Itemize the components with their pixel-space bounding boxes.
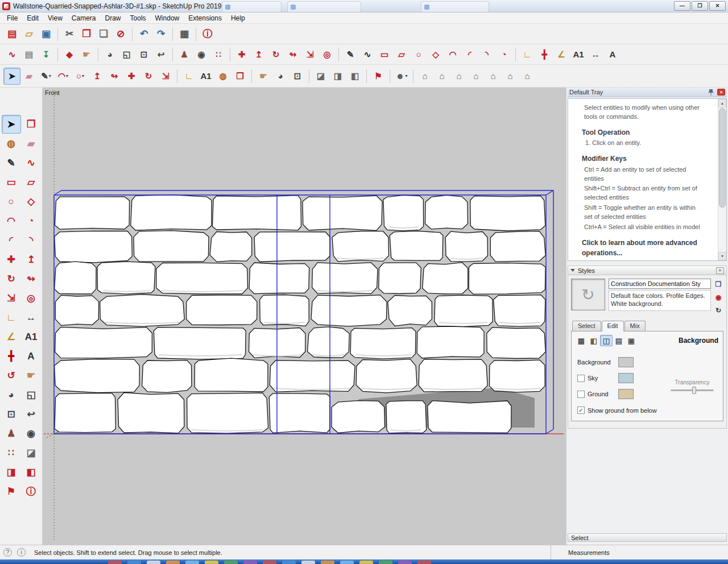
import-button[interactable]: ↧ (38, 46, 55, 63)
model-info-palette-button[interactable]: ⓘ (22, 482, 41, 501)
open-button[interactable]: ▱ (20, 26, 38, 43)
two-point-arc-button[interactable]: ◜ (461, 46, 478, 63)
taskbar-item[interactable] (301, 561, 315, 564)
transparency-slider[interactable] (671, 389, 714, 391)
arc-button[interactable]: ◠ (444, 46, 461, 63)
make-component-button[interactable]: ❐ (22, 115, 41, 134)
create-style-button[interactable]: ◉ (714, 293, 723, 302)
arc-tool-button[interactable]: ◠ (55, 68, 72, 85)
line-tool-button[interactable]: ✎ (2, 154, 21, 172)
three-point-arc-button[interactable]: ◝ (478, 46, 495, 63)
taskbar-item[interactable] (127, 561, 141, 564)
view-back-button[interactable]: ⌂ (485, 68, 502, 85)
model-info-button[interactable]: ⓘ (199, 26, 216, 43)
info-status-button[interactable]: i (17, 548, 26, 557)
geo-location-button[interactable]: ⚑ (370, 68, 387, 85)
copy-move-button[interactable]: ◆ (61, 46, 78, 63)
make-component-button[interactable]: ❐ (231, 68, 249, 85)
follow-me-tool-button[interactable]: ↬ (22, 269, 41, 288)
styles-panel-header[interactable]: Styles (568, 266, 727, 275)
pie-tool-button[interactable]: ◔ (22, 212, 41, 230)
polygon-button[interactable]: ◇ (427, 46, 444, 63)
model-canvas[interactable] (43, 88, 566, 545)
menu-item[interactable]: Tools (126, 13, 151, 23)
pan-tool-button[interactable]: ☛ (255, 68, 272, 85)
rotate-tool-button[interactable]: ↻ (2, 269, 21, 288)
learn-more-link[interactable]: Click to learn about more advanced opera… (582, 238, 704, 258)
section-display-button[interactable]: ◨ (329, 68, 346, 85)
circle-tool-button[interactable]: ○ (2, 192, 21, 211)
move-tool-button[interactable]: ✚ (2, 250, 21, 269)
print-button[interactable]: ▦ (176, 26, 193, 43)
scale-button[interactable]: ⇲ (301, 46, 318, 63)
taskbar-item[interactable] (340, 561, 354, 564)
scroll-down-icon[interactable] (718, 252, 726, 260)
menu-item[interactable]: Extensions (184, 13, 226, 23)
offset-tool-button[interactable]: ◎ (22, 289, 41, 308)
image-button[interactable]: ▤ (20, 46, 38, 63)
two-point-arc-tool-button[interactable]: ◜ (2, 231, 21, 250)
redo-button[interactable]: ↷ (152, 26, 169, 43)
move-tool-button[interactable]: ✚ (123, 68, 140, 85)
secondary-pane-button[interactable]: ❐ (714, 280, 723, 289)
menu-item[interactable]: Draw (101, 13, 126, 23)
scale-tool-button[interactable]: ⇲ (2, 289, 21, 308)
modeling-viewport[interactable]: Front (43, 88, 566, 545)
zoom-extents-tool-button[interactable]: ⊡ (2, 405, 21, 424)
offset-button[interactable]: ◎ (318, 46, 336, 63)
pie-button[interactable]: ◔ (495, 46, 512, 63)
tab-mix[interactable]: Mix (624, 321, 646, 331)
face-settings-button[interactable]: ◧ (588, 335, 600, 346)
pan-tool-button[interactable]: ☛ (22, 366, 41, 385)
taskbar-item[interactable] (359, 561, 373, 564)
tab-select[interactable]: Select (572, 321, 601, 331)
zoom-tool-button[interactable]: ◕ (2, 385, 21, 404)
taskbar-item[interactable] (147, 561, 160, 564)
instructor-scrollbar[interactable] (718, 99, 726, 260)
scrollbar-thumb[interactable] (719, 108, 726, 208)
styles-close-button[interactable] (716, 267, 724, 274)
slider-thumb[interactable] (692, 387, 696, 394)
taskbar-item[interactable] (282, 561, 296, 564)
rectangle-tool-button[interactable]: ▭ (2, 173, 21, 192)
line-button[interactable]: ✎ (342, 46, 359, 63)
tab-edit[interactable]: Edit (602, 321, 624, 331)
axes-tool-button[interactable]: ╋ (2, 347, 21, 366)
freehand-button[interactable]: ∿ (359, 46, 376, 63)
look-around-button[interactable]: ◉ (193, 46, 210, 63)
tape-measure-tool-button[interactable]: ∟ (2, 308, 21, 327)
section-plane-tool-button[interactable]: ◪ (22, 443, 41, 462)
cut-button[interactable]: ✂ (61, 26, 78, 43)
background-settings-button[interactable]: ◫ (600, 335, 613, 346)
color-swatch[interactable] (618, 389, 634, 399)
add-location-button[interactable]: ⚑ (2, 482, 21, 501)
select-tool-button[interactable]: ➤ (2, 115, 21, 134)
eraser-button[interactable]: ▰ (20, 68, 38, 85)
menu-item[interactable]: Camera (67, 13, 101, 23)
close-button[interactable]: ✕ (709, 1, 726, 11)
menu-item[interactable]: View (43, 13, 67, 23)
text-button[interactable]: A1 (570, 46, 587, 63)
paint-bucket-button[interactable]: ◍ (2, 134, 21, 153)
move-button[interactable]: ✚ (233, 46, 250, 63)
rotated-rectangle-tool-button[interactable]: ▱ (22, 173, 41, 192)
pan-button[interactable]: ☛ (78, 46, 95, 63)
shape-tool-button[interactable]: ○ (72, 68, 89, 85)
taskbar-item[interactable] (263, 561, 276, 564)
text-tool-button[interactable]: A1 (22, 327, 41, 346)
zoom-window-button[interactable]: ◱ (118, 46, 135, 63)
rotate-tool-button[interactable]: ↻ (140, 68, 157, 85)
help-status-button[interactable]: ? (3, 548, 12, 557)
axes-button[interactable]: ╋ (536, 46, 553, 63)
edge-settings-button[interactable]: ▦ (575, 335, 588, 346)
section-cut-button[interactable]: ◧ (346, 68, 363, 85)
pin-icon[interactable] (706, 88, 715, 96)
tape-tool-button[interactable]: ∟ (180, 68, 197, 85)
zoom-button[interactable]: ◕ (101, 46, 118, 63)
restore-button[interactable]: ❐ (692, 1, 708, 11)
zoom-extents-tool-button[interactable]: ⊡ (289, 68, 306, 85)
push-pull-tool-button[interactable]: ↥ (89, 68, 106, 85)
copy-button[interactable]: ❐ (78, 26, 95, 43)
menu-item[interactable]: Help (226, 13, 250, 23)
eraser-button[interactable]: ▰ (22, 134, 41, 153)
